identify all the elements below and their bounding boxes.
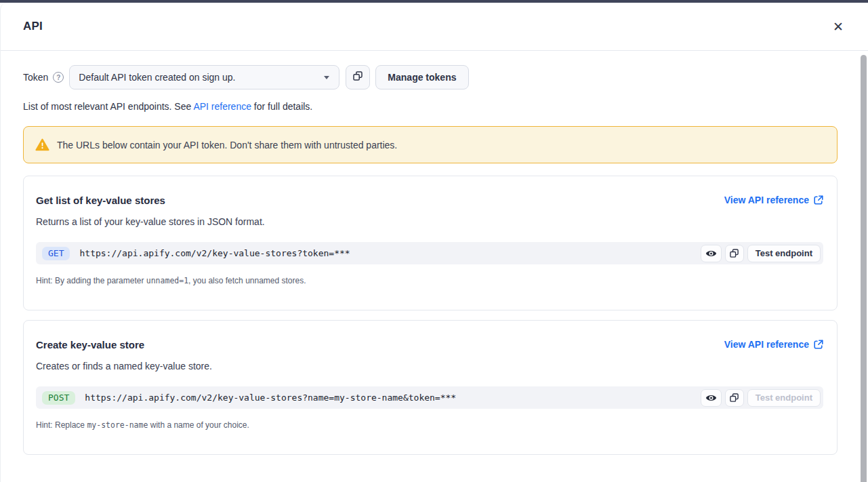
card-title: Get list of key-value stores (36, 195, 165, 206)
endpoint-actions: Test endpoint (701, 389, 821, 407)
copy-url-button[interactable] (725, 245, 744, 262)
copy-token-button[interactable] (346, 65, 370, 89)
manage-tokens-button[interactable]: Manage tokens (375, 65, 468, 89)
external-link-icon (814, 340, 823, 349)
endpoint-url: https://api.apify.com/v2/key-value-store… (79, 248, 700, 258)
warning-text: The URLs below contain your API token. D… (57, 140, 397, 150)
view-api-reference-label: View API reference (724, 195, 809, 205)
test-endpoint-button[interactable]: Test endpoint (747, 245, 821, 262)
copy-icon (730, 249, 739, 258)
warning-icon (35, 138, 49, 151)
token-select-value: Default API token created on sign up. (79, 72, 235, 83)
http-method-badge: POST (42, 391, 75, 405)
chevron-down-icon (324, 76, 329, 79)
hint-suffix: with a name of your choice. (148, 420, 249, 430)
page-title: API (23, 20, 43, 33)
copy-url-button[interactable] (725, 389, 744, 407)
card-title: Create key-value store (36, 339, 144, 350)
hint-code: unnamed=1 (146, 276, 188, 285)
view-api-reference-label: View API reference (724, 339, 809, 350)
hint-suffix: , you also fetch unnamed stores. (188, 276, 306, 285)
reveal-token-button[interactable] (701, 245, 722, 262)
test-endpoint-button[interactable]: Test endpoint (747, 389, 821, 407)
eye-icon (705, 249, 717, 258)
token-select[interactable]: Default API token created on sign up. (69, 65, 339, 89)
intro-text: List of most relevant API endpoints. See… (23, 101, 838, 112)
intro-before-link: List of most relevant API endpoints. See (23, 101, 193, 112)
hint-code: my-store-name (87, 420, 148, 430)
api-reference-link[interactable]: API reference (193, 101, 251, 112)
copy-icon (730, 393, 739, 403)
modal-body: Token ? Default API token created on sig… (1, 51, 868, 455)
help-icon[interactable]: ? (53, 72, 64, 83)
endpoint-hint: Hint: By adding the parameter unnamed=1,… (36, 276, 823, 285)
endpoint-url-row: POST https://api.apify.com/v2/key-value-… (36, 386, 823, 409)
scrollbar-thumb[interactable] (861, 55, 867, 482)
reveal-token-button[interactable] (701, 389, 722, 407)
warning-banner: The URLs below contain your API token. D… (23, 126, 838, 163)
token-row: Token ? Default API token created on sig… (23, 65, 838, 89)
eye-icon (705, 394, 717, 402)
external-link-icon (814, 195, 823, 205)
api-modal: API ✕ Token ? Default API token created … (0, 3, 868, 482)
endpoint-card-get-list: Get list of key-value stores View API re… (23, 176, 838, 310)
http-method-badge: GET (42, 247, 70, 260)
card-description: Creates or finds a named key-value store… (36, 361, 823, 371)
card-head: Create key-value store View API referenc… (36, 339, 823, 350)
endpoint-actions: Test endpoint (701, 245, 821, 262)
close-icon[interactable]: ✕ (831, 19, 845, 35)
copy-icon (353, 71, 363, 83)
view-api-reference-link[interactable]: View API reference (724, 339, 823, 350)
endpoint-hint: Hint: Replace my-store-name with a name … (36, 420, 823, 430)
card-head: Get list of key-value stores View API re… (36, 195, 823, 206)
card-description: Returns a list of your key-value stores … (36, 216, 823, 227)
endpoint-url: https://api.apify.com/v2/key-value-store… (85, 393, 700, 403)
scrollbar-track (859, 52, 868, 482)
modal-header: API ✕ (1, 3, 868, 51)
intro-after-link: for full details. (251, 101, 312, 112)
hint-prefix: Hint: Replace (36, 420, 87, 430)
hint-prefix: Hint: By adding the parameter (36, 276, 146, 285)
token-label: Token (23, 72, 48, 83)
endpoint-url-row: GET https://api.apify.com/v2/key-value-s… (36, 242, 823, 264)
view-api-reference-link[interactable]: View API reference (724, 195, 823, 205)
endpoint-card-create-store: Create key-value store View API referenc… (23, 320, 838, 455)
